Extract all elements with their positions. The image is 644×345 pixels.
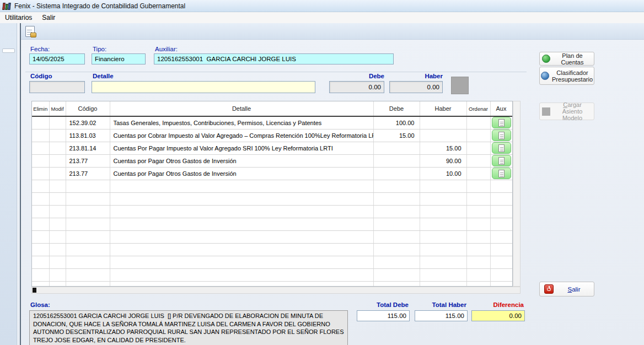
grid-cell-elimin[interactable]	[32, 167, 49, 180]
add-row-button[interactable]	[451, 77, 469, 94]
grid-cell-aux[interactable]	[490, 129, 512, 142]
cargar-asiento-modelo-button[interactable]: Cargar Asiento Modelo	[539, 103, 594, 120]
grid-cell-haber[interactable]: 10.00	[420, 167, 466, 180]
aux-button[interactable]	[492, 168, 511, 179]
glosa-label: Glosa:	[30, 301, 50, 308]
separator-line	[25, 72, 527, 72]
fecha-label: Fecha:	[30, 46, 50, 52]
grid-cell-modif[interactable]	[49, 167, 66, 180]
grid-header-debe: Debe	[373, 101, 420, 116]
grid-cell-aux[interactable]	[490, 142, 512, 154]
grid-empty-cell	[110, 230, 373, 243]
grid-cell-codigo[interactable]: 213.81.14	[66, 142, 110, 154]
scrollbar-thumb[interactable]	[33, 288, 36, 293]
haber-label: Haber	[389, 73, 443, 79]
grid-cell-modif[interactable]	[49, 129, 66, 142]
debe-input[interactable]: 0.00	[329, 81, 384, 93]
grid-empty-cell	[110, 243, 373, 256]
grid-cell-elimin[interactable]	[32, 142, 49, 154]
grid-cell-codigo[interactable]: 213.77	[66, 154, 110, 167]
grid-empty-cell	[490, 192, 512, 205]
grid-cell-codigo[interactable]: 152.39.02	[66, 116, 110, 129]
clasificador-label: Clasificador Presupuestario	[552, 69, 593, 83]
aux-button[interactable]	[492, 130, 511, 141]
menu-utilitarios[interactable]: Utilitarios	[0, 13, 37, 23]
grid-cell-ordenar[interactable]	[466, 116, 490, 129]
grid-cell-detalle[interactable]: Tasas Generales, Impuestos, Contribucion…	[110, 116, 373, 129]
grid-empty-cell	[66, 205, 110, 218]
grid-cell-detalle[interactable]: Cuentas por Cobrar Impuesto al Valor Agr…	[110, 129, 373, 142]
grid-cell-haber[interactable]: 15.00	[420, 142, 466, 154]
grid-cell-debe[interactable]: 15.00	[373, 129, 420, 142]
menu-salir[interactable]: Salir	[37, 13, 60, 23]
grid-header-detalle: Detalle	[110, 101, 373, 116]
grid-row: 213.77Cuentas por Pagar Otros Gastos de …	[32, 167, 512, 180]
note-icon	[498, 119, 505, 127]
grid-empty-cell	[32, 218, 49, 230]
grid-cell-detalle[interactable]: Cuentas por Pagar Otros Gastos de Invers…	[110, 154, 373, 167]
glosa-textarea[interactable]: 1205162553001 GARCIA CARCHI JORGE LUIS […	[29, 310, 348, 345]
grid-empty-cell	[466, 180, 490, 192]
aux-button[interactable]	[492, 155, 511, 166]
grid-cell-aux[interactable]	[490, 116, 512, 129]
grid-cell-aux[interactable]	[490, 167, 512, 180]
grid-cell-debe[interactable]	[373, 154, 420, 167]
salir-label: Salir	[556, 286, 592, 293]
grid-horizontal-scrollbar[interactable]	[31, 287, 520, 294]
aux-button[interactable]	[492, 142, 511, 154]
grid-empty-cell	[49, 218, 66, 230]
note-icon	[498, 144, 505, 152]
codigo-label: Código	[30, 73, 52, 79]
grid-cell-haber[interactable]	[420, 129, 466, 142]
grid-vertical-scrollbar[interactable]	[513, 101, 520, 287]
new-entry-icon[interactable]	[25, 26, 35, 37]
grid-empty-cell	[490, 268, 512, 281]
grid-cell-elimin[interactable]	[32, 116, 49, 129]
grid-cell-haber[interactable]	[420, 116, 466, 129]
grid-cell-aux[interactable]	[490, 154, 512, 167]
app-icon	[3, 2, 12, 10]
grid-cell-modif[interactable]	[49, 116, 66, 129]
clasificador-presupuestario-button[interactable]: Clasificador Presupuestario	[539, 67, 594, 85]
salir-button[interactable]: Salir	[539, 282, 594, 297]
grid-cell-debe[interactable]	[373, 142, 420, 154]
note-icon	[498, 132, 505, 139]
aux-button[interactable]	[492, 117, 511, 128]
grid-cell-detalle[interactable]: Cuentas Por Pagar Impuesto al Valor Agre…	[110, 142, 373, 154]
grid-header-haber: Haber	[420, 101, 466, 116]
grid-cell-modif[interactable]	[49, 142, 66, 154]
left-panel-strip	[0, 23, 17, 345]
grid-empty-cell	[373, 180, 420, 192]
grid-empty-cell	[32, 230, 49, 243]
grid-cell-ordenar[interactable]	[466, 142, 490, 154]
detalle-input[interactable]	[92, 81, 315, 93]
auxiliar-field[interactable]: 1205162553001 GARCIA CARCHI JORGE LUIS	[154, 53, 394, 64]
grid-cell-ordenar[interactable]	[466, 167, 490, 180]
grid-empty-row	[32, 218, 512, 230]
grid-header-elimin: Elimin	[32, 101, 49, 116]
grid-empty-cell	[466, 243, 490, 256]
grid-cell-debe[interactable]	[373, 167, 420, 180]
grid-cell-elimin[interactable]	[32, 154, 49, 167]
grid-cell-ordenar[interactable]	[466, 129, 490, 142]
note-icon	[498, 170, 505, 177]
grid-cell-haber[interactable]: 90.00	[420, 154, 466, 167]
grid-cell-debe[interactable]: 100.00	[373, 116, 420, 129]
grid-cell-elimin[interactable]	[32, 129, 49, 142]
grid-cell-detalle[interactable]: Cuentas por Pagar Otros Gastos de Invers…	[110, 167, 373, 180]
fecha-field[interactable]: 14/05/2025	[29, 53, 85, 64]
grid-empty-cell	[110, 180, 373, 192]
grid-empty-cell	[420, 180, 466, 192]
grid-cell-codigo[interactable]: 213.77	[66, 167, 110, 180]
grid-empty-cell	[110, 256, 373, 268]
plan-de-cuentas-button[interactable]: Plan de Cuentas	[539, 52, 594, 66]
total-debe-label: Total Debe	[357, 301, 409, 308]
haber-input[interactable]: 0.00	[389, 81, 443, 93]
grid-cell-codigo[interactable]: 113.81.03	[66, 129, 110, 142]
grid-cell-ordenar[interactable]	[466, 154, 490, 167]
grid-cell-modif[interactable]	[49, 154, 66, 167]
panel-grip[interactable]	[2, 48, 15, 53]
tipo-field[interactable]: Financiero	[92, 53, 146, 64]
codigo-input[interactable]	[29, 81, 85, 93]
grid-empty-cell	[49, 281, 66, 287]
